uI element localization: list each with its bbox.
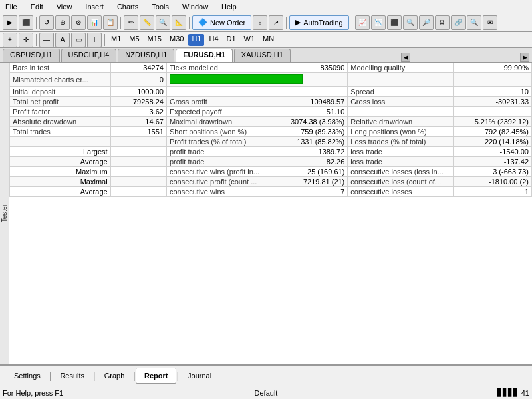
autotrading-label: AutoTrading bbox=[303, 19, 343, 27]
tb-btn-15[interactable]: 📉 bbox=[371, 15, 386, 30]
menu-window[interactable]: Window bbox=[180, 1, 211, 12]
tf-w1[interactable]: W1 bbox=[241, 34, 259, 46]
tb-btn-17[interactable]: 🔍 bbox=[403, 15, 418, 30]
chart-tabs-row: GBPUSD,H1 USDCHF,H4 NZDUSD,H1 EURUSD,H1 … bbox=[0, 48, 532, 63]
menu-tools[interactable]: Tools bbox=[149, 1, 172, 12]
menu-edit[interactable]: Edit bbox=[28, 1, 46, 12]
tb-icon-a[interactable]: A bbox=[55, 33, 70, 47]
tb-btn-1[interactable]: ▶ bbox=[3, 15, 17, 30]
tb-btn-21[interactable]: 🔍 bbox=[467, 15, 481, 30]
tab-graph[interactable]: Graph bbox=[96, 368, 134, 384]
label-loss-trades: Loss trades (% of total) bbox=[348, 137, 454, 147]
tb-btn-6[interactable]: 📊 bbox=[87, 15, 102, 30]
chart-tab-eurusd[interactable]: EURUSD,H1 bbox=[176, 49, 233, 62]
menu-charts[interactable]: Charts bbox=[114, 1, 141, 12]
value-expected-payoff: 51.10 bbox=[269, 107, 348, 117]
new-order-button[interactable]: 🔷 New Order bbox=[192, 15, 251, 30]
new-order-label: New Order bbox=[210, 19, 245, 27]
label-avg-consec-wins: consecutive wins bbox=[166, 187, 269, 197]
tf-m5[interactable]: M5 bbox=[126, 34, 142, 46]
tb-btn-18[interactable]: 🔎 bbox=[419, 15, 434, 30]
tb-icon-rect[interactable]: ▭ bbox=[71, 33, 86, 47]
tf-m15[interactable]: M15 bbox=[144, 34, 165, 46]
value-profit-factor: 3.62 bbox=[110, 107, 166, 117]
tf-h4[interactable]: H4 bbox=[205, 34, 221, 46]
tf-h1[interactable]: H1 bbox=[188, 34, 204, 46]
chart-tab-usdchf[interactable]: USDCHF,H4 bbox=[61, 49, 117, 62]
label-profit-factor: Profit factor bbox=[10, 107, 111, 117]
chart-tab-nzdusd[interactable]: NZDUSD,H1 bbox=[118, 49, 174, 62]
tb-btn-5[interactable]: ⊗ bbox=[71, 15, 86, 30]
tb-btn-12[interactable]: ⬦ bbox=[253, 15, 267, 30]
label-maximal-drawdown: Maximal drawdown bbox=[166, 117, 269, 127]
label-avg-loss-trade: loss trade bbox=[348, 157, 454, 167]
tb-btn-8[interactable]: ✏ bbox=[124, 15, 138, 30]
tf-m30[interactable]: M30 bbox=[166, 34, 187, 46]
tb-btn-14[interactable]: 📈 bbox=[355, 15, 370, 30]
label-gross-loss: Gross loss bbox=[348, 97, 454, 107]
tf-mn[interactable]: MN bbox=[259, 34, 277, 46]
menu-insert[interactable]: Insert bbox=[82, 1, 106, 12]
menu-help[interactable]: Help bbox=[219, 1, 239, 12]
tf-m1[interactable]: M1 bbox=[108, 34, 124, 46]
tab-nav-right[interactable]: ▶ bbox=[520, 53, 529, 62]
label-relative-drawdown: Relative drawdown bbox=[348, 117, 454, 127]
value-consec-wins: 25 (169.61) bbox=[269, 167, 348, 177]
table-row: Initial deposit 1000.00 Spread 10 bbox=[10, 87, 532, 97]
status-default-text: Default bbox=[178, 389, 354, 397]
tb-btn-19[interactable]: ⚙ bbox=[435, 15, 450, 30]
menu-file[interactable]: File bbox=[3, 1, 20, 12]
tb-icon-text[interactable]: T bbox=[87, 33, 102, 47]
tf-d1[interactable]: D1 bbox=[223, 34, 239, 46]
tab-nav-left[interactable]: ◀ bbox=[401, 53, 410, 62]
value-empty4 bbox=[110, 137, 166, 147]
tb-arrow-left[interactable]: + bbox=[3, 33, 17, 47]
label-empty3 bbox=[348, 107, 454, 117]
value-avg-loss-trade: -137.42 bbox=[454, 157, 532, 167]
main-area: Tester Bars in test 34274 Ticks modelled… bbox=[0, 63, 532, 364]
tab-settings[interactable]: Settings bbox=[5, 368, 49, 384]
value-modelling-quality: 99.90% bbox=[454, 63, 532, 73]
tb-btn-2[interactable]: ⬛ bbox=[19, 15, 33, 30]
tb-btn-7[interactable]: 📋 bbox=[103, 15, 118, 30]
tb-btn-11[interactable]: 📐 bbox=[172, 15, 186, 30]
table-row: Average profit trade 82.26 loss trade -1… bbox=[10, 157, 532, 167]
tb-btn-16[interactable]: ⬛ bbox=[387, 15, 402, 30]
label-avg-consec-losses: consecutive losses bbox=[348, 187, 454, 197]
menu-bar: File Edit View Insert Charts Tools Windo… bbox=[0, 0, 532, 13]
label-largest-profit-trade: profit trade bbox=[166, 147, 269, 157]
table-row: Maximum consecutive wins (profit in... 2… bbox=[10, 167, 532, 177]
tb-btn-22[interactable]: ✉ bbox=[483, 15, 497, 30]
value-consec-profit: 7219.81 (21) bbox=[269, 177, 348, 187]
tb-btn-3[interactable]: ↺ bbox=[39, 15, 54, 30]
value-largest-loss-trade: -1540.00 bbox=[454, 147, 532, 157]
tb-line[interactable]: — bbox=[39, 33, 54, 47]
tb-btn-9[interactable]: 📏 bbox=[140, 15, 154, 30]
menu-view[interactable]: View bbox=[54, 1, 75, 12]
tb-btn-13[interactable]: ↗ bbox=[269, 15, 283, 30]
value-loss-trades: 220 (14.18%) bbox=[454, 137, 532, 147]
label-long-positions: Long positions (won %) bbox=[348, 127, 454, 137]
chart-tab-gbpusd[interactable]: GBPUSD,H1 bbox=[3, 49, 60, 62]
label-avg-profit-trade: profit trade bbox=[166, 157, 269, 167]
label-consec-losses: consecutive losses (loss in... bbox=[348, 167, 454, 177]
value-profit-trades: 1331 (85.82%) bbox=[269, 137, 348, 147]
tab-report[interactable]: Report bbox=[136, 368, 176, 384]
table-row: Absolute drawdown 14.67 Maximal drawdown… bbox=[10, 117, 532, 127]
report-content: Bars in test 34274 Ticks modelled 835090… bbox=[9, 63, 532, 364]
tb-crosshair[interactable]: ✛ bbox=[19, 33, 33, 47]
tab-results[interactable]: Results bbox=[51, 368, 93, 384]
label-total-net-profit: Total net profit bbox=[10, 97, 111, 107]
value-maximal-drawdown: 3074.38 (3.98%) bbox=[269, 117, 348, 127]
autotrading-button[interactable]: ▶ AutoTrading bbox=[289, 15, 349, 30]
label-consec-profit: consecutive profit (count ... bbox=[166, 177, 269, 187]
label-ticks-modelled: Ticks modelled bbox=[166, 63, 269, 73]
value-largest-profit-trade: 1389.72 bbox=[269, 147, 348, 157]
tb-btn-20[interactable]: 🔗 bbox=[451, 15, 466, 30]
status-help-text: For Help, press F1 bbox=[3, 389, 178, 397]
label-mismatched: Mismatched charts er... bbox=[10, 73, 111, 87]
tb-btn-4[interactable]: ⊕ bbox=[55, 15, 70, 30]
chart-tab-xauusd[interactable]: XAUUSD,H1 bbox=[234, 49, 291, 62]
tb-btn-10[interactable]: 🔍 bbox=[156, 15, 170, 30]
tab-journal[interactable]: Journal bbox=[179, 368, 220, 384]
